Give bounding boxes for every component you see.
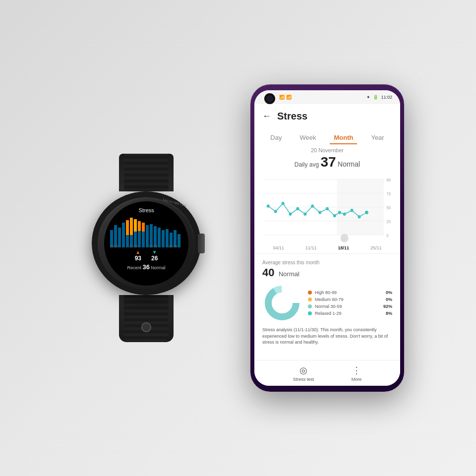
legend-pct-normal: 92% <box>383 304 392 309</box>
svg-rect-15 <box>150 224 153 247</box>
svg-text:29: 29 <box>386 220 391 224</box>
watch-recent: Recent 36 Normal <box>127 263 165 271</box>
watch-chart: 00:00 12:00 18:00 24:00 <box>109 215 183 247</box>
svg-point-41 <box>326 207 329 210</box>
signal-icons: 📶 📶 <box>279 95 292 100</box>
signal-bars-1: 📶 <box>279 95 285 100</box>
bottom-nav-more[interactable]: ⋮ More <box>352 365 362 382</box>
svg-text:24:00: 24:00 <box>169 244 178 247</box>
avg-section: Average stress this month 40 Normal <box>254 256 400 281</box>
svg-point-48 <box>341 234 349 242</box>
legend-pct-medium: 0% <box>386 297 392 302</box>
stress-test-label: Stress test <box>293 377 314 382</box>
watch-band-top <box>119 154 174 191</box>
x-label-3: 18/11 <box>338 245 349 250</box>
svg-point-56 <box>272 293 293 313</box>
legend-relaxed: Relaxed 1-29 8% <box>308 311 392 316</box>
x-label-1: 04/11 <box>273 245 284 250</box>
svg-point-44 <box>343 213 346 216</box>
watch-crown <box>198 234 205 253</box>
svg-rect-9 <box>130 218 133 235</box>
legend-high: High 80-99 0% <box>308 290 392 295</box>
svg-rect-18 <box>162 230 165 247</box>
scene: TACHYMETER Stress <box>0 0 476 476</box>
svg-text:79: 79 <box>386 192 391 196</box>
chart-area: 99 79 59 29 0 <box>258 174 396 243</box>
bottom-nav-stress-test[interactable]: ◎ Stress test <box>293 365 314 382</box>
legend-medium: Medium 60-79 0% <box>308 297 392 302</box>
watch-stat-up: ▲ 93 <box>135 249 141 262</box>
status-bar: 📶 📶 ✦ 🔋 11:02 <box>254 90 400 104</box>
svg-point-37 <box>296 207 299 210</box>
analysis-text: Stress analysis (11/1-11/30): This month… <box>254 325 400 348</box>
more-label: More <box>352 377 362 382</box>
legend-dot-high <box>308 291 312 295</box>
svg-point-35 <box>282 202 285 205</box>
phone-body: 📶 📶 ✦ 🔋 11:02 ← Stress <box>250 84 404 392</box>
svg-rect-11 <box>138 221 141 231</box>
svg-rect-13 <box>142 223 145 232</box>
nav-bar: ← Stress <box>254 104 400 128</box>
svg-point-43 <box>338 211 341 214</box>
legend-pct-high: 0% <box>386 290 392 295</box>
watch-body: TACHYMETER Stress <box>92 191 201 296</box>
svg-rect-22 <box>178 234 180 247</box>
more-icon: ⋮ <box>352 365 361 376</box>
time-display: 11:02 <box>381 95 392 100</box>
phone-camera <box>264 93 275 104</box>
legend-label-relaxed: Relaxed 1-29 <box>315 311 342 316</box>
svg-point-39 <box>311 204 314 207</box>
daily-avg: Daily avg 37 Normal <box>254 154 400 170</box>
svg-point-45 <box>351 209 354 212</box>
svg-point-33 <box>267 204 270 207</box>
divider-1 <box>254 253 400 254</box>
avg-status: Normal <box>279 270 299 278</box>
page-title: Stress <box>277 111 307 122</box>
svg-rect-17 <box>158 228 161 247</box>
tab-year[interactable]: Year <box>367 132 388 144</box>
legend-dot-medium <box>308 298 312 301</box>
svg-point-42 <box>333 214 336 217</box>
tab-month[interactable]: Month <box>330 132 357 144</box>
watch-container: TACHYMETER Stress <box>72 154 221 342</box>
chart-x-labels: 04/11 11/11 18/11 25/11 <box>254 245 400 250</box>
x-label-4: 25/11 <box>370 245 382 250</box>
svg-rect-3 <box>122 223 125 247</box>
signal-bars-2: 📶 <box>286 95 292 100</box>
svg-rect-8 <box>126 220 129 235</box>
legend-pct-relaxed: 8% <box>386 311 392 316</box>
date-label: 20 November <box>254 147 400 153</box>
svg-point-46 <box>358 215 361 218</box>
tab-week[interactable]: Week <box>296 132 320 144</box>
svg-point-47 <box>364 210 368 215</box>
svg-text:0: 0 <box>386 234 389 238</box>
daily-avg-value: 37 <box>321 154 336 170</box>
svg-point-40 <box>318 211 321 214</box>
battery-icon: 🔋 <box>373 95 378 100</box>
tab-day[interactable]: Day <box>266 132 286 144</box>
legend-dot-relaxed <box>308 311 312 315</box>
legend-label-medium: Medium 60-79 <box>315 297 344 302</box>
watch-band-bottom <box>119 295 174 342</box>
phone-screen: 📶 📶 ✦ 🔋 11:02 ← Stress <box>254 90 400 386</box>
bottom-nav: ◎ Stress test ⋮ More <box>254 360 400 386</box>
stress-chart: 99 79 59 29 0 <box>258 174 396 243</box>
daily-avg-label: Daily avg <box>295 161 319 168</box>
svg-point-36 <box>289 213 292 216</box>
legend-dot-normal <box>308 304 312 308</box>
legend-label-normal: Normal 30-59 <box>315 304 342 309</box>
phone-container: 📶 📶 ✦ 🔋 11:02 ← Stress <box>250 84 404 392</box>
x-label-2: 11/11 <box>305 245 317 250</box>
svg-text:12:00: 12:00 <box>129 244 138 247</box>
donut-section: High 80-99 0% Medium 60-79 0% Normal 30-… <box>254 281 400 325</box>
avg-value: 40 <box>262 266 274 279</box>
svg-point-38 <box>303 213 306 216</box>
svg-point-34 <box>274 210 277 213</box>
status-right: ✦ 🔋 11:02 <box>366 95 392 100</box>
legend: High 80-99 0% Medium 60-79 0% Normal 30-… <box>308 290 392 316</box>
screen-content: 📶 📶 ✦ 🔋 11:02 ← Stress <box>254 90 400 386</box>
svg-text:99: 99 <box>386 178 391 182</box>
back-button[interactable]: ← <box>262 111 271 121</box>
watch-screen: Stress <box>104 201 188 286</box>
daily-avg-status: Normal <box>338 160 360 168</box>
